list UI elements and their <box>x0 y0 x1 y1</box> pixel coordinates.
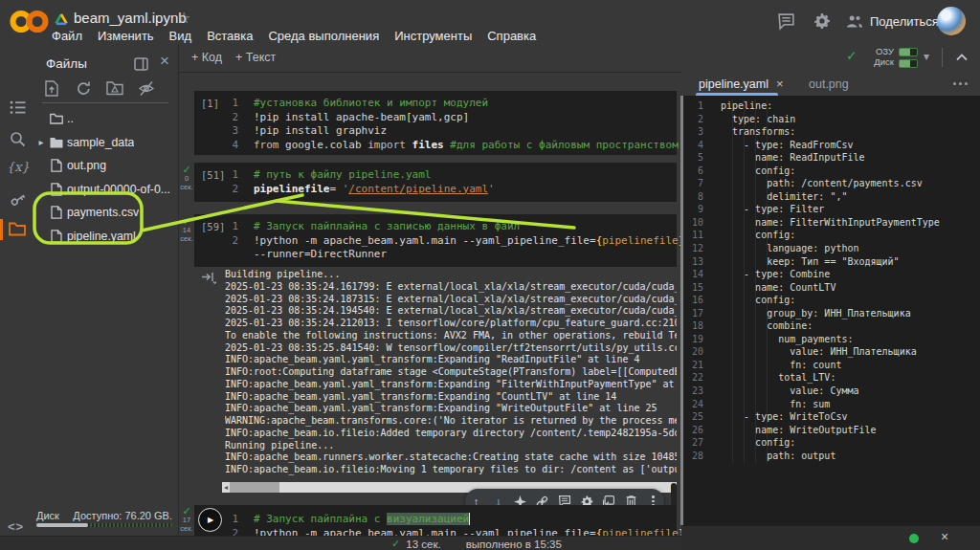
yaml-text: combine: <box>703 319 813 333</box>
panel-resize-handle[interactable] <box>680 96 683 525</box>
table-of-contents-icon[interactable] <box>10 100 26 115</box>
cell-output-icon[interactable] <box>201 270 216 284</box>
yaml-text: - type: Filter <box>703 203 824 216</box>
yaml-text: config: <box>703 294 795 307</box>
disk-usage-fill <box>36 523 88 527</box>
log-line: 2025-01-23 08:35:24.187315: E external/l… <box>225 294 677 306</box>
dock-panel-icon[interactable] <box>134 57 148 71</box>
code-editor[interactable]: 1#установка библиотек и импорт модулей2!… <box>194 97 677 152</box>
file-name: out.png <box>65 159 106 172</box>
scrollbar-thumb[interactable] <box>230 482 279 493</box>
yaml-text: fn: sum <box>703 398 830 411</box>
log-line: INFO:apache_beam.runners.worker.statecac… <box>225 451 677 464</box>
code-cell-3[interactable]: [59] 1# Запуск пайплайна с записью данны… <box>194 214 677 267</box>
menu-item[interactable]: Инструменты <box>387 29 479 43</box>
menu-item[interactable]: Среда выполнения <box>260 29 387 43</box>
tab-more-options-icon[interactable] <box>953 82 968 85</box>
status-bar: ✓ 13 сек. выполнено в 15:35 <box>0 536 681 550</box>
yaml-text: value: ИНН_Плательщика <box>703 345 917 359</box>
code-cell-2[interactable]: [51] 1# путь к файлу pipeline.yaml2pipel… <box>194 163 677 202</box>
file-row[interactable]: output-00000-of-0... <box>34 178 178 201</box>
run-unit: сек. <box>180 234 192 243</box>
files-divider <box>42 102 168 103</box>
line-number: 15 <box>681 281 703 295</box>
folder-icon <box>48 137 65 148</box>
variables-icon[interactable]: {x} <box>7 160 30 174</box>
hide-hidden-files-icon[interactable] <box>138 80 155 97</box>
status-duration: 13 сек. <box>406 539 440 550</box>
settings-gear-icon[interactable] <box>813 11 831 30</box>
line-number: 7 <box>681 177 703 190</box>
line-number: 20 <box>681 345 703 359</box>
yaml-editor[interactable]: 1pipeline:2 type: chain3 transforms:4 - … <box>681 96 980 525</box>
code-text: from google.colab import files #для рабо… <box>254 139 717 153</box>
mount-drive-icon[interactable] <box>106 80 123 96</box>
cell-run-status: ✓ 0 сек. <box>178 165 195 191</box>
file-row[interactable]: .. <box>34 107 178 130</box>
status-completed-at: выполнено в 15:35 <box>466 539 562 550</box>
code-line: 1# путь к файлу pipeline.yaml <box>194 168 677 183</box>
header: beam_yaml.ipynb ☆ ФайлИзменитьВидВставка… <box>0 0 980 44</box>
add-code-button[interactable]: + Код <box>191 51 222 64</box>
close-panel-icon[interactable]: × <box>160 52 169 71</box>
file-row[interactable]: ▸sample_data <box>34 131 178 154</box>
upload-file-icon[interactable] <box>44 80 59 97</box>
comments-icon[interactable] <box>777 12 795 31</box>
line-number: 10 <box>681 216 703 230</box>
star-icon[interactable]: ☆ <box>177 9 190 27</box>
search-icon[interactable] <box>10 131 26 147</box>
code-cell-1[interactable]: [1] 1#установка библиотек и импорт модул… <box>194 91 677 155</box>
menu-item[interactable]: Вставка <box>199 29 260 43</box>
resources-dropdown-icon[interactable]: ▾ <box>924 50 929 63</box>
yaml-line: 17 group_by: ИНН_Плательщика <box>681 307 980 320</box>
menu-item[interactable]: Файл <box>44 29 90 43</box>
code-snippets-icon[interactable]: <> <box>8 519 24 534</box>
refresh-icon[interactable] <box>76 80 92 97</box>
yaml-line: 28 path: output <box>681 450 980 463</box>
scroll-left-arrow[interactable]: ◂ <box>222 483 230 492</box>
line-number: 25 <box>681 410 703 424</box>
code-text: pipelinefile= '/content/pipeline.yaml' <box>254 183 495 197</box>
yaml-line: 19 num_payments: <box>681 333 980 346</box>
share-button[interactable]: Поделиться <box>846 13 939 29</box>
collapse-toolbar-icon[interactable] <box>955 53 969 61</box>
yaml-line: 6 config: <box>681 165 980 178</box>
panel-close-icon[interactable]: × <box>941 529 948 544</box>
left-icon-strip: {x} <> <box>0 44 34 536</box>
menu-item[interactable]: Вид <box>162 29 200 43</box>
log-line: 2025-01-23 08:35:24.161799: E external/l… <box>225 281 677 294</box>
notebook-title[interactable]: beam_yaml.ipynb <box>74 10 187 26</box>
line-number: 22 <box>681 371 703 385</box>
expand-caret-icon[interactable]: ▸ <box>34 137 48 147</box>
ram-meter <box>899 48 918 56</box>
code-line: 2pipelinefile= '/content/pipeline.yaml' <box>194 183 677 197</box>
log-line: INFO:root:Computing dataframe stage <Com… <box>225 366 677 379</box>
menu-item[interactable]: Справка <box>479 29 544 43</box>
yaml-line: 22 total_LTV: <box>681 371 980 385</box>
code-editor[interactable]: 1# Запуск пайплайна с записью данных в ф… <box>194 220 677 262</box>
log-line: 2025-01-23 08:35:24.212013: I tensorflow… <box>225 318 677 330</box>
file-row[interactable]: out.png <box>34 154 178 177</box>
line-number: 4 <box>681 139 703 152</box>
tab-pipeline-yaml[interactable]: pipeline.yaml × <box>699 77 784 91</box>
file-row[interactable]: payments.csv <box>34 201 178 224</box>
yaml-text: transforms: <box>703 125 795 139</box>
avatar[interactable] <box>937 7 966 35</box>
files-panel: Файлы × ..▸sample_dataout.pngoutput-0000… <box>34 44 179 536</box>
yaml-line: 23 value: Сумма <box>681 385 980 398</box>
line-number: 1 <box>194 513 254 527</box>
yaml-line: 8 delimiter: "," <box>681 190 980 204</box>
resource-meters[interactable] <box>899 48 918 71</box>
tab-out-png[interactable]: out.png <box>809 77 849 91</box>
secrets-key-icon[interactable] <box>9 190 27 209</box>
line-number: 23 <box>681 385 703 398</box>
code-line: 2!pip install apache-beam[yaml,gcp] <box>194 111 677 125</box>
code-editor[interactable]: 1# путь к файлу pipeline.yaml2pipelinefi… <box>194 168 677 196</box>
files-folder-icon[interactable] <box>9 222 26 236</box>
file-row[interactable]: pipeline.yaml <box>34 225 178 248</box>
tab-close-icon[interactable]: × <box>776 77 784 91</box>
line-number: 2 <box>194 183 254 197</box>
line-number: 2 <box>194 234 254 249</box>
add-text-button[interactable]: + Текст <box>235 51 276 64</box>
menu-item[interactable]: Изменить <box>90 29 162 43</box>
